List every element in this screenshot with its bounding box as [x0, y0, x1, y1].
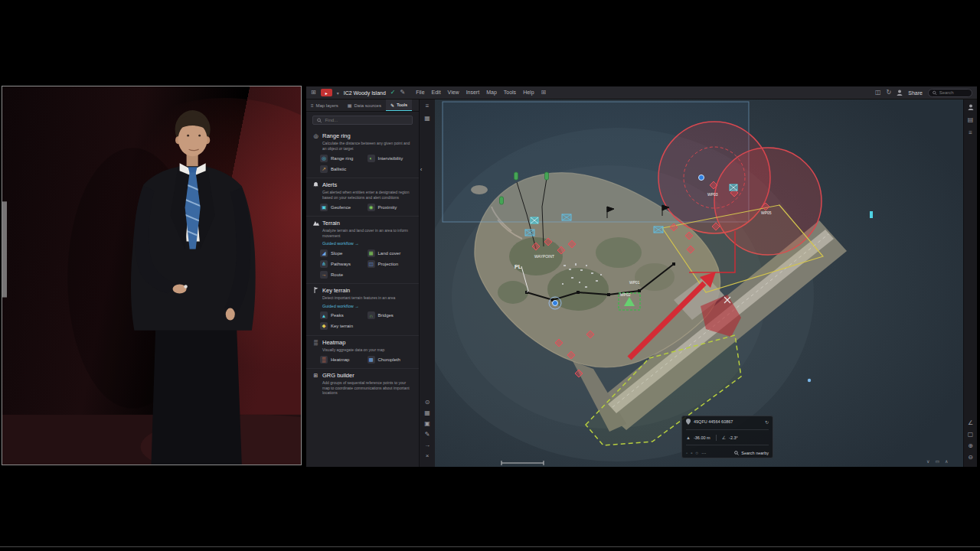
tool-peaks[interactable]: ▲ Peaks: [320, 311, 366, 320]
search-input[interactable]: [939, 90, 968, 95]
tab-data-sources[interactable]: ▦ Data sources: [343, 99, 386, 111]
chevron-down-icon[interactable]: ▾: [337, 90, 339, 96]
heatmap-icon: ▒: [320, 356, 328, 364]
basemap-icon[interactable]: ≡: [426, 103, 430, 109]
search-icon: [317, 118, 322, 123]
flag-icon: [312, 287, 319, 294]
intervisibility-icon: ◐: [368, 155, 375, 162]
search-icon: [734, 451, 739, 455]
peaks-icon: ▲: [320, 311, 328, 319]
key-terrain-icon: ◆: [320, 322, 328, 330]
bearing-tool-icon[interactable]: →: [424, 442, 430, 448]
tool-key-terrain[interactable]: ◆ Key terrain: [320, 322, 366, 331]
sync-check-icon: ✓: [390, 90, 396, 96]
edit-pencil-icon[interactable]: ✎: [400, 90, 406, 96]
range-ring-section-icon: ◎: [312, 133, 319, 139]
user-avatar-icon[interactable]: [897, 90, 903, 96]
presenter-clicker: [184, 285, 187, 288]
mgrs-coordinate: 49QFU 44564 60867: [694, 419, 733, 424]
collapse-panel-button[interactable]: ‹: [418, 165, 424, 174]
tool-proximity[interactable]: ◉ Proximity: [368, 203, 413, 211]
tab-tools[interactable]: ✎ Tools: [386, 99, 412, 111]
wrench-icon: ✎: [390, 103, 394, 108]
legend-icon[interactable]: ≡: [969, 130, 972, 136]
tool-ballistic[interactable]: ↗ Ballistic: [320, 165, 366, 173]
tab-map-layers[interactable]: ≡ Map layers: [306, 99, 343, 111]
global-search[interactable]: [928, 89, 972, 97]
box-option-icon[interactable]: ▫: [691, 451, 692, 455]
rectangle-tool-icon[interactable]: ▦: [424, 410, 430, 416]
bridges-icon: ∩: [368, 311, 375, 319]
screen: ⊞ ▸ ▾ IC2 Woody Island ✓ ✎ File Edit Vie…: [0, 0, 980, 551]
tool-choropleth[interactable]: ▩ Choropleth: [368, 355, 413, 364]
expand-up-icon[interactable]: ∧: [945, 458, 948, 464]
panel-toggle-icon[interactable]: ◫: [875, 90, 881, 96]
mountain-icon: [312, 220, 319, 227]
tool-pathways[interactable]: ⋔ Pathways: [320, 259, 366, 268]
menu-tools[interactable]: Tools: [504, 90, 516, 96]
tool-route[interactable]: → Route: [320, 270, 366, 279]
grid-icon: ⊞: [312, 373, 319, 379]
map-draw-tools: ⊙ ▦ ▣ ✎ → ×: [424, 399, 430, 467]
draw-tool-icon[interactable]: ✎: [425, 432, 430, 438]
wp01-label: WP01: [629, 280, 640, 285]
panels-icon[interactable]: ▤: [968, 117, 974, 123]
more-options-icon[interactable]: ⋯: [701, 450, 706, 455]
overlay-icon[interactable]: ▦: [424, 116, 430, 122]
region-tool-icon[interactable]: ▣: [424, 421, 430, 427]
phase-line-label: PL: [514, 264, 522, 269]
section-heatmap: ▒ Heatmap Visually aggregate data on you…: [306, 336, 419, 370]
keyboard-icon[interactable]: ▭: [935, 458, 939, 464]
tool-heatmap[interactable]: ▒ Heatmap: [320, 355, 366, 364]
tool-land-cover[interactable]: ▦ Land cover: [368, 249, 413, 257]
titlebar-right: ◫ ↻ Share: [875, 89, 972, 97]
frame-icon[interactable]: ▢: [968, 432, 974, 438]
sidebar-tabs: ≡ Map layers ▦ Data sources ✎ Tools: [306, 99, 419, 112]
measure-icon[interactable]: ∠: [968, 420, 973, 426]
menu-edit[interactable]: Edit: [432, 90, 441, 96]
erase-tool-icon[interactable]: ×: [426, 453, 430, 459]
map-canvas[interactable]: PL WAYPOINT WP01 WP02 WP03 WP05: [421, 99, 965, 467]
refresh-coordinate-icon[interactable]: ↻: [765, 419, 769, 425]
find-tools-field[interactable]: [312, 116, 413, 125]
document-title: IC2 Woody Island: [344, 90, 386, 96]
tool-intervisibility[interactable]: ◐ Intervisibility: [368, 154, 413, 162]
circle-option-icon[interactable]: ○: [695, 451, 698, 455]
refresh-icon[interactable]: ↻: [887, 90, 892, 96]
collapse-down-icon[interactable]: ∨: [926, 458, 929, 464]
app-window: ⊞ ▸ ▾ IC2 Woody Island ✓ ✎ File Edit Vie…: [306, 86, 977, 467]
menu-map[interactable]: Map: [486, 90, 497, 96]
presence-icon[interactable]: [968, 104, 974, 110]
menu-insert[interactable]: Insert: [466, 90, 480, 96]
land-cover-icon: ▦: [368, 249, 375, 257]
extensions-icon[interactable]: ⊞: [541, 90, 547, 96]
search-nearby-button[interactable]: Search nearby: [734, 451, 769, 455]
guided-workflow-link[interactable]: Guided workflow →: [322, 304, 413, 308]
zoom-out-icon[interactable]: ⊖: [968, 455, 973, 461]
guided-workflow-link[interactable]: Guided workflow →: [322, 241, 413, 246]
pin-option-icon[interactable]: ◦: [686, 451, 688, 455]
app-logo-icon[interactable]: ▸: [321, 89, 332, 96]
geofence-icon: ▣: [320, 204, 328, 211]
point-tool-icon[interactable]: ⊙: [425, 399, 430, 406]
share-button[interactable]: Share: [908, 90, 923, 96]
tool-projection[interactable]: ◫ Projection: [368, 259, 413, 268]
map-toolstrip: ≡ ▦ ⊙ ▦ ▣ ✎ → ×: [420, 99, 435, 467]
tool-geofence[interactable]: ▣ Geofence: [320, 203, 366, 211]
bell-icon: [312, 182, 319, 188]
choropleth-icon: ▩: [368, 356, 375, 364]
zoom-in-icon[interactable]: ⊕: [968, 443, 973, 449]
tool-range-ring[interactable]: ◎ Range ring: [320, 154, 366, 162]
menu-view[interactable]: View: [448, 90, 459, 96]
section-alerts: Alerts Get alerted when entities enter a…: [306, 178, 419, 217]
slope-value: -2.3°: [729, 435, 738, 440]
menu-help[interactable]: Help: [523, 90, 534, 96]
find-input[interactable]: [325, 118, 408, 122]
tool-bridges[interactable]: ∩ Bridges: [368, 311, 413, 320]
app-grid-icon[interactable]: ⊞: [311, 90, 316, 96]
route-icon: →: [320, 271, 328, 279]
menu-file[interactable]: File: [416, 90, 424, 96]
presenter-illustration: [2, 86, 301, 465]
right-toolbar: ▤ ≡ ∠ ▢ ⊕ ⊖: [963, 99, 977, 467]
tool-slope[interactable]: ◢ Slope: [320, 249, 366, 257]
